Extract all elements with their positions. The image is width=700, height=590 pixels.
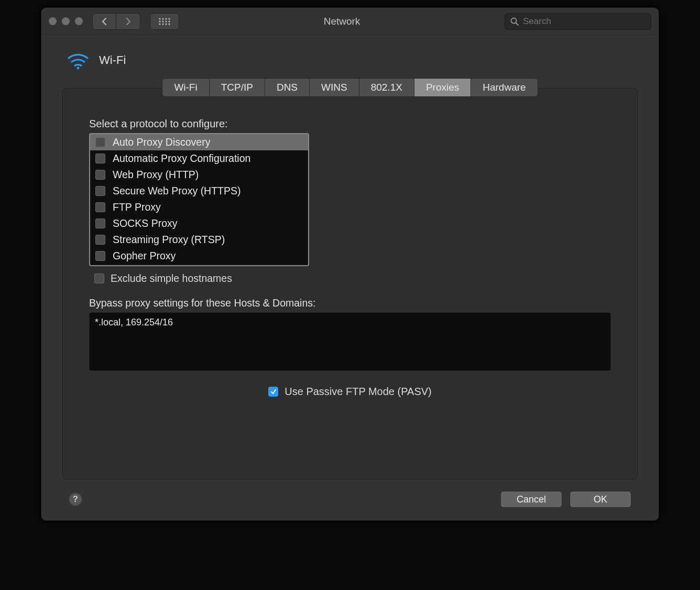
close-icon[interactable] <box>49 17 57 25</box>
protocol-item[interactable]: Secure Web Proxy (HTTPS) <box>90 183 308 199</box>
svg-point-0 <box>159 18 160 19</box>
protocol-item[interactable]: Streaming Proxy (RTSP) <box>90 232 308 248</box>
svg-line-13 <box>516 23 519 25</box>
tab-dns[interactable]: DNS <box>265 79 310 96</box>
minimize-icon[interactable] <box>62 17 70 25</box>
dialog-footer: ? Cancel OK <box>62 484 638 510</box>
protocol-checkbox[interactable] <box>95 186 105 196</box>
svg-point-3 <box>168 18 170 19</box>
protocol-checkbox[interactable] <box>95 154 105 163</box>
interface-header: Wi-Fi <box>62 51 638 70</box>
svg-point-4 <box>159 20 160 22</box>
protocol-label: Streaming Proxy (RTSP) <box>113 234 225 246</box>
pasv-checkbox[interactable] <box>268 387 278 397</box>
svg-point-10 <box>165 23 167 25</box>
bypass-textarea[interactable] <box>89 312 611 371</box>
svg-point-2 <box>165 18 167 19</box>
titlebar: Network <box>41 8 659 35</box>
search-input[interactable] <box>523 16 646 27</box>
back-button[interactable] <box>92 13 116 30</box>
interface-name: Wi-Fi <box>99 53 126 67</box>
preferences-window: Network Wi-Fi Wi-FiTCP/IPDNSWINS802.1XPr… <box>41 7 659 521</box>
settings-panel: Select a protocol to configure: Auto Pro… <box>62 88 638 479</box>
svg-point-7 <box>168 20 170 22</box>
protocol-checkbox[interactable] <box>95 251 105 261</box>
protocol-label: FTP Proxy <box>113 201 161 213</box>
protocol-label: Gopher Proxy <box>113 250 176 262</box>
pasv-label: Use Passive FTP Mode (PASV) <box>285 386 431 398</box>
window-title: Network <box>183 16 500 27</box>
protocol-checkbox[interactable] <box>95 202 105 212</box>
forward-button[interactable] <box>116 13 140 30</box>
protocol-select-label: Select a protocol to configure: <box>89 118 611 130</box>
tab-802-1x[interactable]: 802.1X <box>359 79 414 96</box>
bypass-label: Bypass proxy settings for these Hosts & … <box>89 297 611 309</box>
svg-point-1 <box>162 18 163 19</box>
protocol-item[interactable]: FTP Proxy <box>90 199 308 215</box>
search-field[interactable] <box>505 13 651 30</box>
help-button[interactable]: ? <box>69 493 82 506</box>
tab-wi-fi[interactable]: Wi-Fi <box>162 79 209 96</box>
exclude-simple-label: Exclude simple hostnames <box>111 272 232 285</box>
tab-proxies[interactable]: Proxies <box>414 79 471 96</box>
protocol-item[interactable]: Gopher Proxy <box>90 248 308 264</box>
zoom-icon[interactable] <box>75 17 83 25</box>
protocol-list[interactable]: Auto Proxy DiscoveryAutomatic Proxy Conf… <box>89 133 309 266</box>
protocol-checkbox[interactable] <box>95 137 105 147</box>
tab-wins[interactable]: WINS <box>310 79 359 96</box>
protocol-label: Auto Proxy Discovery <box>113 136 210 148</box>
cancel-button[interactable]: Cancel <box>500 491 562 508</box>
ok-button[interactable]: OK <box>570 491 631 508</box>
tab-tcp-ip[interactable]: TCP/IP <box>210 79 265 96</box>
protocol-checkbox[interactable] <box>95 235 105 245</box>
search-icon <box>510 17 519 26</box>
protocol-label: SOCKS Proxy <box>113 217 178 230</box>
svg-point-14 <box>77 67 80 70</box>
tab-bar: Wi-FiTCP/IPDNSWINS802.1XProxiesHardware <box>162 78 538 97</box>
traffic-lights <box>49 17 83 25</box>
protocol-label: Secure Web Proxy (HTTPS) <box>113 185 241 197</box>
svg-point-9 <box>162 23 163 25</box>
protocol-item[interactable]: SOCKS Proxy <box>90 215 308 232</box>
protocol-label: Web Proxy (HTTP) <box>113 169 199 181</box>
svg-point-5 <box>162 20 163 22</box>
exclude-simple-checkbox[interactable] <box>94 274 104 283</box>
protocol-checkbox[interactable] <box>95 170 105 180</box>
protocol-item[interactable]: Web Proxy (HTTP) <box>90 167 308 183</box>
show-all-button[interactable] <box>150 13 179 30</box>
tab-hardware[interactable]: Hardware <box>471 79 537 96</box>
protocol-item[interactable]: Automatic Proxy Configuration <box>90 150 308 167</box>
protocol-checkbox[interactable] <box>95 218 105 228</box>
wifi-icon <box>67 51 90 70</box>
protocol-item[interactable]: Auto Proxy Discovery <box>90 134 308 150</box>
svg-point-6 <box>165 20 167 22</box>
svg-point-11 <box>168 23 170 25</box>
svg-point-8 <box>159 23 160 25</box>
protocol-label: Automatic Proxy Configuration <box>113 152 250 165</box>
